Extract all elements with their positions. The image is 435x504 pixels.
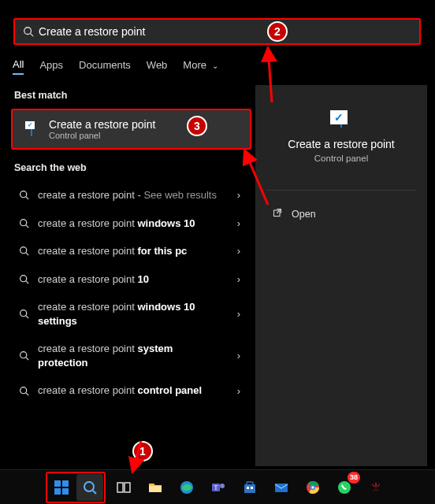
tab-all[interactable]: All [13, 55, 24, 75]
monitor-check-icon: ✓ [340, 115, 342, 127]
store-button[interactable] [236, 474, 263, 501]
web-result-text: create a restore point 10 [38, 272, 226, 287]
section-header-best-match: Best match [14, 90, 248, 101]
svg-line-11 [25, 316, 28, 318]
chevron-right-icon[interactable]: › [234, 308, 244, 320]
web-results-list: create a restore point - See web results… [11, 181, 251, 405]
svg-point-4 [20, 219, 26, 225]
web-result-item[interactable]: create a restore point windows 10 settin… [11, 293, 251, 335]
web-result-text: create a restore point for this pc [38, 244, 226, 258]
taskbar-start-search-group [46, 472, 106, 503]
whatsapp-button[interactable]: 38 [331, 474, 358, 501]
web-result-item[interactable]: create a restore point system protection… [11, 335, 251, 376]
svg-text:T: T [214, 484, 218, 491]
svg-rect-19 [62, 480, 69, 487]
tab-label: All [13, 58, 24, 70]
search-icon [17, 309, 30, 319]
chevron-right-icon[interactable]: › [234, 245, 244, 257]
svg-point-8 [20, 276, 26, 282]
taskview-button[interactable] [110, 474, 137, 501]
svg-point-38 [311, 486, 314, 488]
web-result-text: create a restore point system protection [38, 342, 226, 369]
open-external-icon [273, 208, 282, 220]
best-match-subtitle: Control panel [49, 131, 155, 140]
web-result-text: create a restore point windows 10 [38, 217, 226, 231]
svg-point-2 [20, 191, 26, 198]
tab-apps[interactable]: Apps [39, 56, 63, 74]
taskbar: T 38 [0, 469, 435, 504]
web-result-item[interactable]: create a restore point for this pc› [11, 237, 251, 265]
search-icon [23, 26, 34, 37]
svg-rect-33 [247, 487, 249, 489]
search-icon [17, 350, 30, 361]
svg-line-17 [277, 209, 281, 213]
svg-line-1 [31, 34, 34, 37]
svg-point-10 [20, 310, 26, 317]
web-result-item[interactable]: create a restore point control panel› [11, 376, 251, 405]
chevron-down-icon: ⌄ [212, 61, 218, 70]
chevron-right-icon[interactable]: › [234, 385, 244, 397]
svg-line-40 [132, 441, 141, 472]
web-result-item[interactable]: create a restore point 10› [11, 265, 251, 294]
huawei-button[interactable] [362, 474, 389, 501]
svg-rect-34 [251, 487, 253, 489]
preview-panel: ✓ Create a restore point Control panel O… [255, 85, 427, 466]
svg-line-13 [25, 358, 28, 360]
search-icon [17, 190, 30, 200]
open-action[interactable]: Open [255, 203, 427, 224]
section-header-search-web: Search the web [14, 162, 248, 173]
svg-point-30 [220, 484, 225, 488]
best-match-title: Create a restore point [49, 118, 155, 131]
start-button[interactable] [48, 474, 75, 501]
tab-documents[interactable]: Documents [79, 56, 131, 74]
svg-rect-18 [54, 480, 61, 487]
svg-line-23 [93, 491, 96, 494]
search-icon [17, 274, 30, 284]
web-result-item[interactable]: create a restore point windows 10› [11, 209, 251, 238]
tab-label: Documents [79, 59, 131, 71]
file-explorer-button[interactable] [142, 474, 169, 501]
open-label: Open [292, 209, 316, 220]
svg-point-14 [20, 387, 26, 393]
web-result-text: create a restore point windows 10 settin… [38, 300, 226, 328]
mail-button[interactable] [268, 474, 295, 501]
chrome-button[interactable] [299, 474, 326, 501]
svg-point-39 [338, 481, 351, 494]
search-button[interactable] [76, 474, 103, 501]
svg-line-7 [25, 253, 28, 255]
chevron-right-icon[interactable]: › [234, 217, 244, 229]
web-result-item[interactable]: create a restore point - See web results… [11, 181, 251, 209]
svg-rect-21 [62, 488, 69, 495]
svg-point-6 [20, 247, 26, 254]
tab-label: More [183, 59, 206, 71]
teams-button[interactable]: T [205, 474, 232, 501]
chevron-right-icon[interactable]: › [234, 189, 244, 201]
tab-more[interactable]: More ⌄ [183, 56, 217, 74]
best-match-result[interactable]: ✓ Create a restore point Control panel [11, 109, 251, 150]
search-icon [17, 386, 30, 396]
svg-point-22 [84, 482, 94, 491]
search-input[interactable] [39, 25, 411, 38]
svg-rect-24 [117, 483, 123, 492]
svg-rect-32 [247, 482, 253, 485]
chevron-right-icon[interactable]: › [234, 350, 244, 361]
results-column: Best match ✓ Create a restore point Cont… [11, 85, 251, 405]
tab-label: Apps [39, 59, 63, 71]
search-icon [17, 218, 30, 228]
svg-point-0 [24, 28, 32, 35]
tab-web[interactable]: Web [147, 56, 168, 74]
edge-button[interactable] [173, 474, 200, 501]
separator [266, 190, 416, 191]
web-result-text: create a restore point control panel [38, 384, 226, 398]
svg-rect-25 [125, 483, 130, 492]
svg-line-3 [25, 197, 28, 199]
svg-rect-20 [54, 488, 61, 495]
annotation-step-1: 1 [132, 441, 153, 461]
svg-point-12 [20, 352, 26, 358]
notification-badge: 38 [348, 472, 360, 484]
search-bar[interactable] [13, 18, 421, 45]
svg-rect-26 [149, 486, 162, 492]
preview-title: Create a restore point [288, 138, 394, 150]
search-icon [17, 246, 30, 256]
chevron-right-icon[interactable]: › [234, 273, 244, 285]
